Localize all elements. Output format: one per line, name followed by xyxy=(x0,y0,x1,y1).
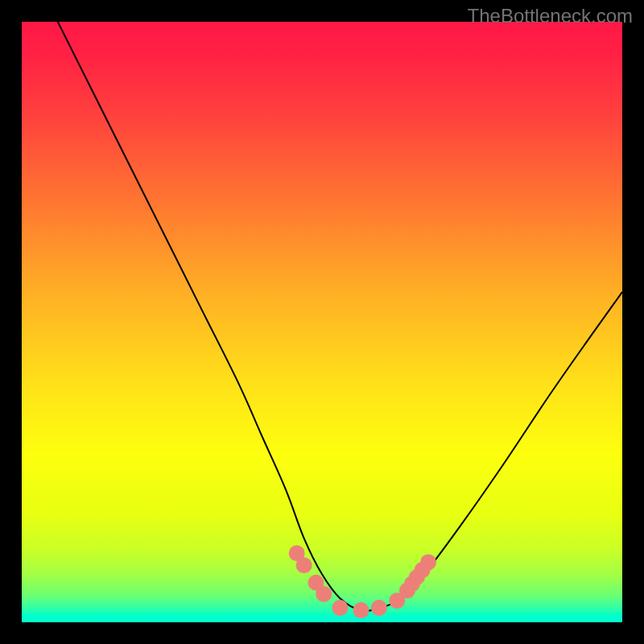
chart-svg xyxy=(22,22,622,622)
marker-left-cluster-2 xyxy=(296,557,312,573)
marker-bottom-cap-right xyxy=(371,600,387,616)
marker-bottom-cap-mid xyxy=(353,602,369,618)
marker-bottom-cap-left xyxy=(332,600,348,616)
marker-right-cluster-5 xyxy=(420,554,436,570)
marker-left-cluster-4 xyxy=(316,586,332,602)
gradient-background xyxy=(22,22,622,622)
chart-frame: TheBottleneck.com xyxy=(0,0,644,644)
attribution-label: TheBottleneck.com xyxy=(468,5,633,27)
plot-area xyxy=(22,22,622,622)
